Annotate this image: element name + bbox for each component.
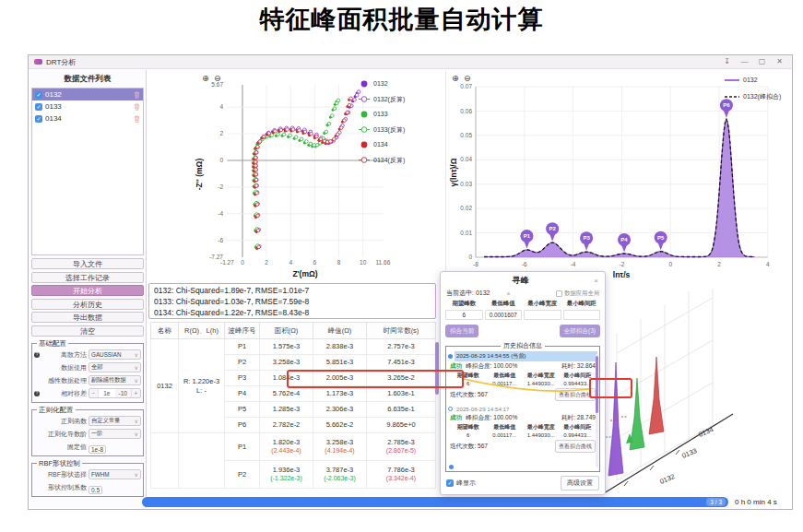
history-status-row: 成功峰拟合度: 100.00%耗时: 28.749	[448, 414, 597, 422]
history-param-value: 0.994433...	[560, 432, 596, 438]
drt-chart[interactable]: -8-6-4-202400.010.020.030.040.050.060.07…	[448, 71, 791, 281]
table-row[interactable]: P11.820e-3(2.443e-4)3.258e-3(4.194e-4)2.…	[151, 433, 436, 461]
config-input-1-2[interactable]: 1e-8	[89, 445, 106, 454]
stepper-minus-button[interactable]: −	[89, 390, 98, 396]
advanced-settings-button[interactable]: 高级设置	[561, 476, 599, 491]
peak-marker-P3[interactable]: P3	[580, 231, 593, 251]
peak-marker-P6[interactable]: P6	[720, 99, 733, 118]
file-item-0132[interactable]: ✓0132	[32, 89, 143, 100]
cell-value: 1.173e-3	[313, 389, 366, 397]
cell-time-constant: 7.786e-3(3.342e-4)	[367, 461, 436, 489]
sidebar-button-2[interactable]: 开始分析	[31, 285, 144, 296]
file-checkbox-icon[interactable]: ✓	[35, 115, 42, 123]
param-input-1[interactable]: 0.0001607	[485, 310, 523, 320]
trash-icon[interactable]	[134, 103, 140, 111]
svg-text:0: 0	[468, 254, 472, 260]
legend-item-0133(反算)[interactable]: 0133(反算)	[359, 126, 405, 134]
svg-text:0: 0	[241, 259, 244, 266]
file-checkbox-icon[interactable]: ✓	[35, 103, 42, 111]
config-section-legend: 基础配置	[37, 339, 68, 349]
dialog-close-icon[interactable]: ×	[594, 277, 598, 285]
tolerance-stepper[interactable]: −1e-10+	[89, 388, 141, 398]
sidebar-button-0[interactable]: 导入文件	[31, 258, 144, 269]
cell-peak-id: P4	[225, 386, 260, 402]
selection-close-icon[interactable]: ×	[506, 290, 510, 297]
peak-marker-P4[interactable]: P4	[618, 233, 631, 252]
global-apply-group[interactable]: 数据应用全局	[556, 290, 599, 298]
cell-peak-value: 1.173e-3	[313, 386, 367, 402]
config-control: 剔除感性数据∨	[89, 375, 141, 385]
cell-value: 3.258e-3	[313, 438, 366, 446]
sidebar-button-3[interactable]: 分析历史	[31, 299, 144, 310]
history-timestamp: 2025-08-29 14:54:17	[455, 405, 597, 413]
sidebar-button-1[interactable]: 选择工作记录	[31, 272, 144, 283]
config-select-1-0[interactable]: 自定义常量∨	[89, 416, 141, 426]
config-select-1-1[interactable]: 一阶∨	[89, 429, 141, 439]
minimize-icon[interactable]: —	[738, 55, 751, 68]
config-control: 0.5	[89, 479, 141, 496]
config-row-2-1: 形状控制系数0.5	[34, 481, 141, 494]
view-fit-curve-button[interactable]: 查看拟合曲线	[555, 388, 596, 401]
param-input-3[interactable]	[563, 310, 601, 320]
history-scroll-thumb[interactable]	[596, 356, 599, 413]
zoom-in-icon[interactable]: ⊕	[202, 73, 209, 83]
param-input-0[interactable]: 6	[445, 310, 483, 320]
fit-current-button[interactable]: 拟合当前	[445, 325, 478, 337]
config-select-0-0[interactable]: GAUSSIAN∨	[89, 349, 141, 360]
maximize-icon[interactable]: ▢	[755, 55, 769, 68]
peak-display-group[interactable]: ✓ 峰显示	[446, 479, 476, 488]
legend-item-0134[interactable]: 0134	[361, 141, 388, 148]
history-param-headers: 期望峰数最低峰值最小峰宽度最小峰间距	[448, 372, 597, 380]
fit-all-button[interactable]: 全部拟合(3)	[560, 325, 600, 337]
param-header-1: 最低峰值	[485, 300, 523, 308]
file-item-0133[interactable]: ✓0133	[32, 100, 143, 112]
legend-item-0132(反算)[interactable]: 0132(反算)	[359, 96, 405, 103]
cell-peak-id: P3	[225, 371, 260, 386]
zoom-out-icon[interactable]: ⊖	[214, 73, 221, 83]
sidebar-button-4[interactable]: 导出数据	[31, 312, 144, 323]
svg-text:0: 0	[668, 261, 672, 267]
file-checkbox-icon[interactable]: ✓	[35, 91, 42, 99]
zoom-in-icon[interactable]: ⊕	[452, 73, 459, 83]
config-input-2-1[interactable]: 0.5	[89, 486, 102, 494]
history-entry-1[interactable]: 2025-08-29 14:54:17成功峰拟合度: 100.00%耗时: 28…	[448, 405, 597, 455]
waterfall-grid	[617, 289, 713, 480]
global-apply-checkbox[interactable]	[556, 290, 562, 297]
legend-item-0132[interactable]: 0132	[361, 80, 388, 87]
file-item-0134[interactable]: ✓0134	[32, 112, 143, 124]
cell-value: 1.575e-3	[260, 342, 313, 350]
stepper-plus-button[interactable]: +	[132, 390, 140, 396]
peak-display-checkbox[interactable]: ✓	[446, 479, 454, 487]
trash-icon[interactable]	[134, 91, 140, 99]
config-select-0-1[interactable]: 全部∨	[89, 362, 141, 372]
config-select-0-2[interactable]: 剔除感性数据∨	[89, 375, 141, 385]
trash-icon[interactable]	[134, 115, 140, 123]
config-select-2-0[interactable]: FWHM∨	[89, 469, 141, 479]
history-fit-degree: 峰拟合度: 100.00%	[466, 414, 517, 422]
legend-item-0134(反算)[interactable]: 0134(反算)	[359, 157, 405, 164]
legend-item-0133[interactable]: 0133	[361, 111, 388, 117]
cell-value: 2.838e-3	[313, 342, 366, 350]
svg-text:0.03: 0.03	[460, 181, 472, 187]
drt-window: DRT分析 ↧ — ▢ ✕ 数据文件列表 ✓0132✓0133✓0134 导入文…	[28, 54, 793, 510]
peak-marker-P5[interactable]: P5	[655, 231, 667, 251]
zoom-out-icon[interactable]: ⊖	[464, 73, 471, 83]
history-param-value: 0.994433...	[560, 381, 596, 386]
config-section-legend: RBF形状控制	[37, 459, 82, 468]
close-icon[interactable]: ✕	[773, 55, 786, 68]
peak-marker-P1[interactable]: P1	[520, 230, 533, 248]
param-input-2[interactable]	[524, 310, 561, 320]
table-row[interactable]: 0132R: 1.220e-3L: -P11.575e-32.838e-32.7…	[151, 339, 436, 355]
nyquist-chart[interactable]: -1.27024681011.665.67420-2-4-6-7.27Z'(mΩ…	[148, 71, 445, 281]
legend-item-0132[interactable]: 0132	[725, 77, 758, 83]
legend-item-0132(峰拟合)[interactable]: 0132(峰拟合)	[725, 93, 781, 100]
window-title: DRT分析	[46, 57, 76, 67]
history-entry-0[interactable]: 2025-08-29 14:54:55 (当前)成功峰拟合度: 100.00%耗…	[448, 351, 597, 403]
sidebar-button-5[interactable]: 清空	[31, 325, 144, 337]
results-table-container[interactable]: 名称R(Ω)、L(h)波峰序号面积(Ω)峰值(Ω)时间常数(s)0132R: 1…	[150, 322, 441, 495]
pin-icon[interactable]: ↧	[720, 55, 734, 68]
waterfall-axis-label-0132: 0132	[658, 472, 676, 486]
peak-marker-P2[interactable]: P2	[546, 222, 559, 242]
view-fit-curve-button[interactable]: 查看拟合曲线	[555, 440, 596, 453]
table-scrollbar[interactable]	[435, 342, 439, 395]
